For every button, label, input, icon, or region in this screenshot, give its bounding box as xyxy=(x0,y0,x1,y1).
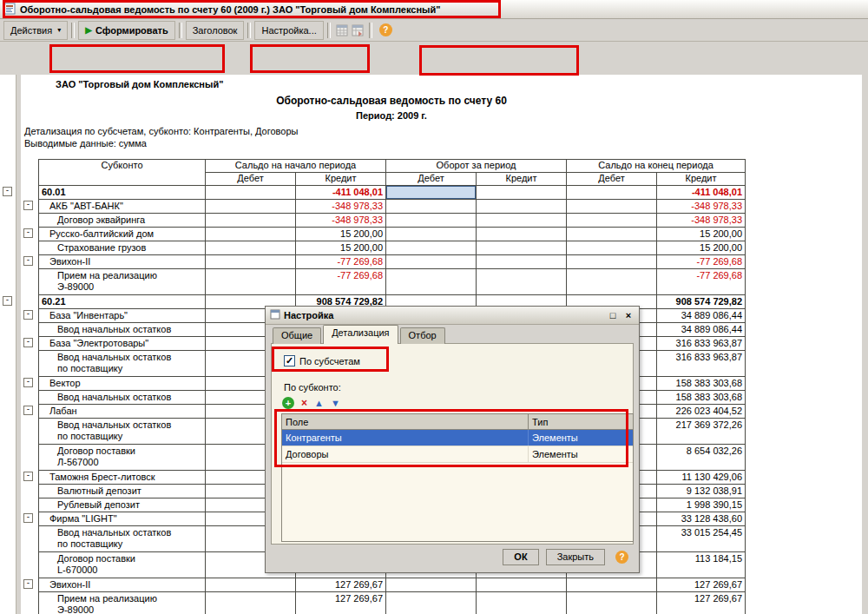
row-cell-sd[interactable] xyxy=(206,200,296,214)
col-credit[interactable]: Кредит xyxy=(477,173,567,186)
col-subconto[interactable]: Субконто xyxy=(39,160,206,186)
table-row[interactable]: АКБ "АВТ-БАНК"-348 978,33-348 978,33 xyxy=(39,200,746,214)
settings-button[interactable]: Настройка... xyxy=(254,21,323,40)
row-cell-ec[interactable]: 127 269,67 xyxy=(657,578,746,592)
row-cell-oc[interactable] xyxy=(477,200,567,214)
row-subconto[interactable]: Ввод начальных остатков xyxy=(39,323,206,337)
row-cell-od[interactable] xyxy=(386,269,477,295)
table-row[interactable]: Договор эквайринга-348 978,33-348 978,33 xyxy=(39,214,746,228)
row-subconto[interactable]: Договор поставкиЛ-567000 xyxy=(39,445,206,471)
table-row[interactable]: Эвихон-II127 269,67127 269,67 xyxy=(39,578,746,592)
row-cell-ec[interactable]: 316 833 963,87 xyxy=(657,337,746,351)
row-cell-sd[interactable] xyxy=(206,592,296,614)
row-cell-ec[interactable]: -77 269,68 xyxy=(657,255,746,269)
row-cell-ed[interactable] xyxy=(567,269,657,295)
row-cell-ec[interactable]: 113 184,15 xyxy=(657,552,746,578)
row-cell-sd[interactable] xyxy=(206,228,296,241)
col-turnover[interactable]: Оборот за период xyxy=(386,160,567,173)
col-debit[interactable]: Дебет xyxy=(386,173,477,186)
collapse-group-icon[interactable]: - xyxy=(23,201,33,210)
grid-col-field[interactable]: Поле xyxy=(282,417,528,427)
help-icon[interactable]: ? xyxy=(379,23,392,36)
maximize-icon[interactable]: □ xyxy=(607,310,619,320)
row-cell-ec[interactable]: 34 889 086,44 xyxy=(657,309,746,323)
row-cell-od[interactable] xyxy=(386,592,477,614)
row-subconto[interactable]: Валютный депозит xyxy=(39,485,206,498)
row-cell-ed[interactable] xyxy=(567,592,657,614)
row-cell-ec[interactable]: 158 383 303,68 xyxy=(657,391,746,405)
row-cell-sd[interactable] xyxy=(206,241,296,255)
collapse-group-icon[interactable]: - xyxy=(23,472,33,481)
row-cell-ed[interactable] xyxy=(567,228,657,241)
row-cell-sc[interactable]: 15 200,00 xyxy=(296,241,386,255)
row-cell-ec[interactable]: 217 369 372,26 xyxy=(657,419,746,445)
row-cell-od[interactable] xyxy=(386,200,477,214)
col-credit[interactable]: Кредит xyxy=(657,173,746,186)
table-row[interactable]: Прием на реализациюЭ-89000127 269,67127 … xyxy=(39,592,746,614)
row-cell-od[interactable] xyxy=(386,228,477,241)
grid-col-type[interactable]: Тип xyxy=(528,414,633,429)
table-row[interactable]: Русско-балтийский дом15 200,0015 200,00 xyxy=(39,228,746,241)
grid-cell-field[interactable]: Договоры xyxy=(282,449,528,459)
row-cell-od[interactable] xyxy=(386,255,477,269)
table-row[interactable]: Прием на реализациюЭ-89000-77 269,68-77 … xyxy=(39,269,746,295)
window-titlebar[interactable]: Оборотно-сальдовая ведомость по счету 60… xyxy=(0,0,868,19)
collapse-group-icon[interactable]: - xyxy=(23,579,33,589)
row-cell-ec[interactable]: 15 200,00 xyxy=(657,241,746,255)
row-subconto[interactable]: АКБ "АВТ-БАНК" xyxy=(39,200,206,214)
row-cell-oc[interactable] xyxy=(477,241,567,255)
move-down-icon[interactable]: ▼ xyxy=(331,398,340,408)
collapse-group-icon[interactable]: - xyxy=(23,338,33,347)
by-subaccounts-checkbox[interactable]: ✓ xyxy=(284,355,295,366)
collapse-group-icon[interactable]: - xyxy=(23,406,33,415)
row-subconto[interactable]: База "Электротовары" xyxy=(39,337,206,351)
row-cell-oc[interactable] xyxy=(477,578,567,592)
row-subconto[interactable]: Русско-балтийский дом xyxy=(39,228,206,241)
tab-general[interactable]: Общие xyxy=(273,327,321,344)
row-subconto[interactable]: Ввод начальных остатков xyxy=(39,391,206,405)
row-cell-ec[interactable]: 33 128 438,60 xyxy=(657,512,746,526)
row-cell-ec[interactable]: 1 998 390,15 xyxy=(657,498,746,512)
row-cell-oc[interactable] xyxy=(477,269,567,295)
collapse-group-icon[interactable]: - xyxy=(23,310,33,320)
row-cell-ec[interactable]: 908 574 729,82 xyxy=(657,295,746,309)
row-cell-sc[interactable]: -77 269,68 xyxy=(296,269,386,295)
row-cell-ec[interactable]: 11 130 429,06 xyxy=(657,471,746,485)
row-cell-ed[interactable] xyxy=(567,255,657,269)
save-values-icon[interactable] xyxy=(350,23,365,38)
move-up-icon[interactable]: ▲ xyxy=(314,398,324,408)
row-cell-ec[interactable]: -348 978,33 xyxy=(657,214,746,228)
row-cell-ed[interactable] xyxy=(567,200,657,214)
col-credit[interactable]: Кредит xyxy=(296,173,386,186)
row-subconto[interactable]: Рублевый депозит xyxy=(39,498,206,512)
row-cell-sd[interactable] xyxy=(206,214,296,228)
col-debit[interactable]: Дебет xyxy=(567,173,657,186)
row-cell-oc[interactable] xyxy=(477,255,567,269)
row-subconto[interactable]: Прием на реализациюЭ-89000 xyxy=(39,269,206,295)
ok-button[interactable]: ОК xyxy=(503,549,538,565)
row-subconto[interactable]: Прием на реализациюЭ-89000 xyxy=(39,592,206,614)
row-cell-sc[interactable]: -348 978,33 xyxy=(296,200,386,214)
collapse-group-icon[interactable]: - xyxy=(23,256,33,266)
subconto-grid-row[interactable]: КонтрагентыЭлементы xyxy=(282,430,633,446)
row-subconto[interactable]: Ввод начальных остатковпо поставщику xyxy=(39,351,206,377)
row-cell-sc[interactable]: 127 269,67 xyxy=(296,578,386,592)
row-cell-sc[interactable]: -77 269,68 xyxy=(296,255,386,269)
row-cell-sd[interactable] xyxy=(206,578,296,592)
row-cell-ec[interactable]: -411 048,01 xyxy=(657,186,746,200)
table-row[interactable]: 60.01-411 048,01-411 048,01 xyxy=(39,186,746,200)
tab-detail[interactable]: Детализация xyxy=(323,325,398,344)
add-row-icon[interactable]: + xyxy=(282,397,294,409)
delete-row-icon[interactable]: × xyxy=(301,397,307,409)
row-cell-ec[interactable]: 226 023 404,52 xyxy=(657,405,746,419)
table-row[interactable]: Страхование грузов15 200,0015 200,00 xyxy=(39,241,746,255)
row-cell-ec[interactable]: 15 200,00 xyxy=(657,228,746,241)
row-cell-od[interactable] xyxy=(386,186,477,200)
row-cell-ec[interactable]: 158 383 303,68 xyxy=(657,377,746,391)
row-cell-ec[interactable]: 8 654 032,26 xyxy=(657,445,746,471)
grid-cell-field[interactable]: Контрагенты xyxy=(282,432,528,443)
table-row[interactable]: Эвихон-II-77 269,68-77 269,68 xyxy=(39,255,746,269)
dialog-titlebar[interactable]: Настройка □ × xyxy=(266,307,639,325)
row-subconto[interactable]: Таможня Брест-литовск xyxy=(39,471,206,485)
collapse-group-icon[interactable]: - xyxy=(3,296,12,306)
